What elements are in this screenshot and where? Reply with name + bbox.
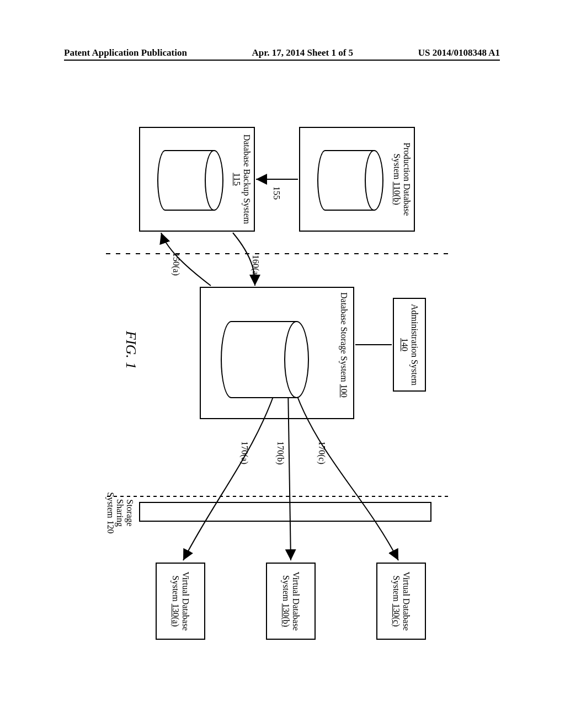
header-left: Patent Application Publication [64,47,187,58]
edge-label-170b: 170(b) [275,441,285,465]
edge-label-155: 155 [271,186,281,200]
prod-db-cylinder-icon [317,150,383,211]
edge-label-170a: 170(a) [239,441,249,464]
edge-label-170c: 170(c) [317,441,327,464]
db-backup-cylinder-icon [157,150,223,211]
header-center: Apr. 17, 2014 Sheet 1 of 5 [252,47,354,58]
figure-1-diagram: Production Database System 110(b) Databa… [73,110,492,662]
edge-label-150a: 150(a) [171,253,181,276]
edge-label-160a: 160(a) [250,255,260,278]
figure-label: FIG. 1 [122,331,139,369]
header-right: US 2014/0108348 A1 [418,47,500,58]
page: Patent Application Publication Apr. 17, … [0,0,565,728]
storage-cylinder-icon [221,321,309,398]
svg-line-4 [288,386,291,560]
header-rule [64,60,500,61]
page-header: Patent Application Publication Apr. 17, … [64,47,500,58]
